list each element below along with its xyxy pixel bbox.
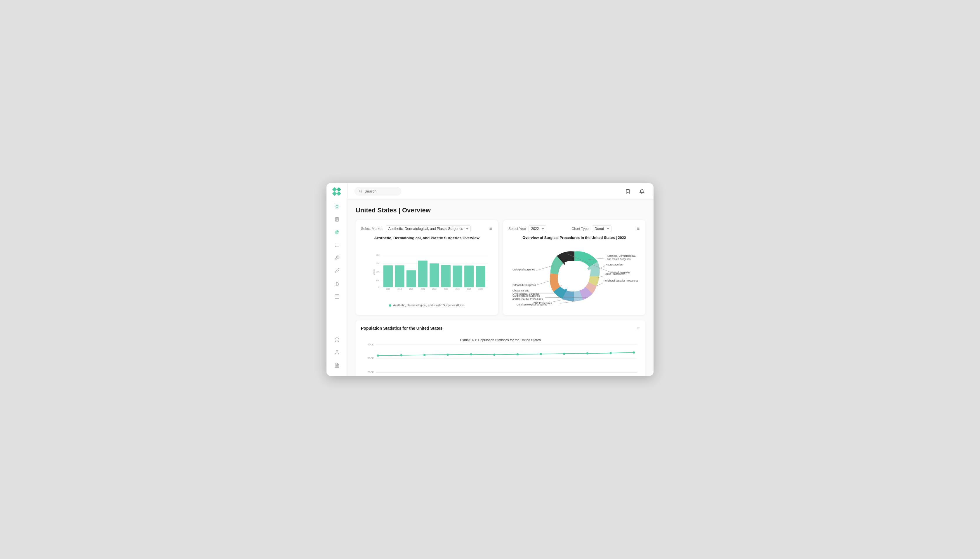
chart-type-select-group: Chart Type: Donut [572, 225, 612, 232]
svg-line-60 [551, 299, 564, 302]
app-shell: United States | Overview Select Market: … [327, 183, 653, 376]
svg-point-12 [359, 190, 361, 192]
sidebar-item-launch[interactable] [331, 265, 343, 276]
search-icon [359, 189, 362, 193]
line-chart-svg: Exhibit 1-1: Population Statistics for t… [361, 335, 640, 376]
bar-chart-legend-label: Aesthetic, Dermatological, and Plastic S… [393, 304, 464, 307]
svg-text:10K: 10K [376, 280, 380, 281]
svg-text:2024: 2024 [455, 288, 459, 290]
bar-chart-title: Aesthetic, Dermatological, and Plastic S… [361, 236, 492, 240]
svg-text:200K: 200K [367, 370, 374, 374]
sidebar-item-support[interactable] [331, 334, 343, 346]
search-input[interactable] [365, 189, 397, 194]
svg-point-81 [493, 354, 495, 356]
svg-text:2025: 2025 [467, 288, 471, 290]
sidebar-item-analytics[interactable] [331, 227, 343, 238]
notification-button[interactable] [637, 187, 647, 196]
main-area: United States | Overview Select Market: … [348, 183, 653, 376]
svg-point-76 [377, 354, 379, 357]
pop-chart-menu[interactable]: ≡ [637, 326, 640, 331]
chart-type-label: Chart Type: [572, 227, 590, 231]
sidebar-item-export[interactable] [331, 359, 343, 371]
svg-point-82 [517, 353, 519, 356]
pop-chart-header: Population Statistics for the United Sta… [361, 326, 640, 331]
sidebar-item-tools[interactable] [331, 252, 343, 264]
sidebar-item-profile[interactable] [331, 347, 343, 358]
market-select[interactable]: Aesthetic, Dermatological, and Plastic S… [386, 225, 471, 232]
bookmark-icon [625, 189, 630, 194]
bar-chart-legend: Aesthetic, Dermatological, and Plastic S… [361, 304, 492, 307]
svg-text:and Plastic Surgeries: and Plastic Surgeries [607, 258, 630, 261]
svg-point-78 [423, 354, 426, 356]
sidebar-item-ideas[interactable] [331, 201, 343, 212]
svg-text:400K: 400K [367, 343, 374, 346]
bookmark-button[interactable] [623, 187, 632, 196]
svg-text:20K: 20K [376, 271, 380, 273]
search-box[interactable] [355, 187, 401, 195]
svg-text:Values: Values [373, 269, 375, 275]
bell-icon [639, 189, 645, 194]
content-area: United States | Overview Select Market: … [348, 200, 653, 376]
svg-text:Ophthalmological Surgeries: Ophthalmological Surgeries [517, 303, 547, 306]
year-select-label: Select Year [508, 227, 526, 231]
svg-text:Gynecological Surgeries: Gynecological Surgeries [512, 292, 539, 295]
header-actions [623, 187, 647, 196]
bar-chart-card: Select Market: Aesthetic, Dermatological… [356, 220, 498, 315]
market-select-group: Select Market: Aesthetic, Dermatological… [361, 225, 471, 232]
svg-text:30K: 30K [376, 262, 380, 264]
donut-chart-card: Select Year 2022 Chart Type: Donut ≡ [503, 220, 645, 315]
svg-point-86 [609, 352, 612, 354]
sidebar-item-trending[interactable] [331, 278, 343, 289]
header [348, 183, 653, 200]
legend-dot [389, 304, 391, 307]
year-select[interactable]: 2022 [529, 225, 546, 232]
svg-point-79 [447, 354, 449, 356]
pop-chart-title: Population Statistics for the United Sta… [361, 326, 443, 331]
svg-text:2018: 2018 [386, 288, 390, 290]
svg-rect-41 [476, 266, 485, 288]
svg-rect-33 [429, 263, 439, 287]
svg-rect-25 [383, 266, 393, 288]
svg-text:Aesthetic, Dermatological,: Aesthetic, Dermatological, [607, 255, 636, 257]
svg-line-13 [361, 192, 362, 193]
svg-text:0: 0 [378, 286, 380, 288]
svg-text:2021: 2021 [421, 288, 425, 290]
svg-text:General Surgeries: General Surgeries [610, 271, 630, 274]
svg-text:2019: 2019 [398, 288, 402, 290]
svg-text:Urological Surgeries: Urological Surgeries [512, 268, 535, 271]
svg-rect-35 [441, 265, 451, 288]
year-select-group: Select Year 2022 [508, 225, 546, 232]
svg-text:Peripheral Vascular Procesures: Peripheral Vascular Procesures [604, 279, 638, 282]
svg-point-77 [400, 354, 402, 356]
chart-type-select[interactable]: Donut [592, 225, 612, 232]
page-title: United States | Overview [356, 207, 645, 214]
donut-chart-svg: Peripheral Vascular Procesures Neurosurg… [510, 243, 638, 310]
svg-text:40K: 40K [376, 254, 380, 256]
sidebar-item-chat[interactable] [331, 239, 343, 251]
donut-chart-header: Select Year 2022 Chart Type: Donut ≡ [508, 225, 640, 232]
sidebar-item-calendar[interactable] [331, 291, 343, 302]
svg-line-46 [599, 266, 605, 269]
svg-rect-5 [335, 295, 339, 299]
svg-point-9 [336, 351, 338, 352]
svg-text:2023: 2023 [444, 288, 448, 290]
svg-rect-39 [464, 266, 474, 287]
donut-chart-menu[interactable]: ≡ [637, 226, 640, 232]
sidebar-item-reports[interactable] [331, 213, 343, 225]
population-chart-card: Population Statistics for the United Sta… [356, 320, 645, 376]
bar-chart-svg: 0 10K 20K 30K 40K Values 2018 [373, 243, 492, 301]
svg-rect-29 [406, 270, 416, 287]
svg-line-58 [560, 301, 578, 303]
svg-rect-37 [453, 266, 462, 287]
bar-chart-menu[interactable]: ≡ [489, 226, 492, 232]
svg-text:2026: 2026 [479, 288, 483, 290]
svg-text:Orthopedic Surgeries: Orthopedic Surgeries [512, 284, 536, 286]
svg-point-87 [633, 351, 635, 353]
svg-text:2022: 2022 [432, 288, 436, 290]
svg-text:2020: 2020 [409, 288, 413, 290]
svg-point-84 [563, 353, 565, 355]
sidebar [327, 183, 348, 376]
svg-text:Neurosurgeries: Neurosurgeries [606, 263, 623, 266]
svg-text:Obstetrical and: Obstetrical and [512, 289, 529, 292]
svg-text:300K: 300K [367, 357, 374, 360]
